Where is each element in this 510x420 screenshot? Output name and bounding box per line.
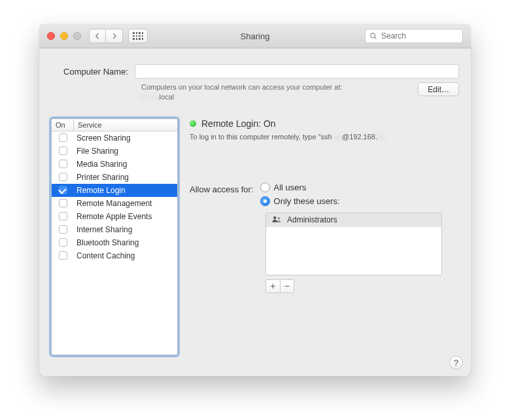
service-checkbox[interactable] xyxy=(59,160,67,168)
show-all-button[interactable] xyxy=(128,29,148,43)
computer-name-label: Computer Name: xyxy=(51,67,135,77)
users-list[interactable]: Administrators xyxy=(265,213,442,275)
radio-button-on-icon xyxy=(260,196,270,206)
service-row[interactable]: Printer Sharing xyxy=(52,171,177,184)
users-box: Administrators + − xyxy=(265,213,442,293)
radio-all-users[interactable]: All users xyxy=(260,183,340,192)
svg-line-1 xyxy=(375,37,377,39)
col-service: Service xyxy=(74,119,177,131)
col-on: On xyxy=(52,119,74,131)
service-name: Bluetooth Sharing xyxy=(74,238,139,247)
status-led-icon xyxy=(190,120,196,127)
search-field[interactable] xyxy=(365,29,463,43)
service-row[interactable]: Media Sharing xyxy=(52,158,177,171)
remove-user-button[interactable]: − xyxy=(280,280,294,292)
zoom-button[interactable] xyxy=(73,32,81,40)
service-name: Remote Apple Events xyxy=(74,212,152,221)
service-checkbox[interactable] xyxy=(59,238,67,247)
services-list[interactable]: On Service Screen SharingFile SharingMed… xyxy=(51,118,178,355)
service-detail: Remote Login: On To log in to this compu… xyxy=(190,118,459,355)
radio-label: All users xyxy=(274,183,307,192)
access-radios: All users Only these users: xyxy=(260,183,340,206)
window-controls xyxy=(39,32,81,40)
svg-point-0 xyxy=(371,33,375,38)
status-label: Remote Login: On xyxy=(201,118,276,129)
service-row[interactable]: Content Caching xyxy=(52,249,177,262)
svg-point-2 xyxy=(273,217,276,219)
main-area: On Service Screen SharingFile SharingMed… xyxy=(39,103,471,364)
access-section: Allow access for: All users Only these u… xyxy=(190,183,459,206)
chevron-right-icon xyxy=(111,33,118,39)
radio-only-users[interactable]: Only these users: xyxy=(260,196,340,206)
service-name: Printer Sharing xyxy=(74,173,129,182)
users-icon xyxy=(271,215,282,225)
hostname-suffix: .local xyxy=(157,93,174,101)
chevron-left-icon xyxy=(94,33,101,39)
computer-name-hint: Computers on your local network can acce… xyxy=(39,79,471,103)
service-name: File Sharing xyxy=(74,147,118,156)
service-name: Internet Sharing xyxy=(74,225,132,234)
service-name: Remote Management xyxy=(74,199,152,208)
service-row[interactable]: Screen Sharing xyxy=(52,131,177,145)
help-button[interactable]: ? xyxy=(449,356,463,370)
minimize-button[interactable] xyxy=(60,32,68,40)
search-input[interactable] xyxy=(380,31,458,41)
service-checkbox[interactable] xyxy=(59,147,67,155)
service-row[interactable]: Internet Sharing xyxy=(52,223,177,236)
radio-label: Only these users: xyxy=(274,196,340,206)
computer-name-input[interactable] xyxy=(135,64,459,79)
search-icon xyxy=(369,32,377,40)
hint-text: Computers on your local network can acce… xyxy=(141,83,343,91)
radio-button-icon xyxy=(260,183,270,192)
close-button[interactable] xyxy=(47,32,55,40)
access-label: Allow access for: xyxy=(190,183,254,206)
service-checkbox[interactable] xyxy=(59,186,67,194)
nav-buttons xyxy=(89,29,123,43)
service-checkbox[interactable] xyxy=(59,173,67,181)
service-checkbox[interactable] xyxy=(59,225,67,234)
user-name: Administrators xyxy=(287,215,337,224)
status-line: Remote Login: On xyxy=(190,118,459,129)
service-name: Media Sharing xyxy=(74,160,127,169)
user-row[interactable]: Administrators xyxy=(266,213,441,227)
add-remove-buttons: + − xyxy=(265,279,294,293)
edit-button[interactable]: Edit… xyxy=(418,82,459,96)
forward-button[interactable] xyxy=(106,29,123,43)
service-checkbox[interactable] xyxy=(59,251,67,260)
service-checkbox[interactable] xyxy=(59,212,67,220)
service-row[interactable]: Remote Management xyxy=(52,197,177,210)
computer-name-row: Computer Name: xyxy=(39,48,471,79)
add-user-button[interactable]: + xyxy=(266,280,280,292)
service-row[interactable]: Remote Login xyxy=(52,184,177,197)
service-row[interactable]: Remote Apple Events xyxy=(52,210,177,223)
services-body: Screen SharingFile SharingMedia SharingP… xyxy=(52,131,177,355)
service-name: Content Caching xyxy=(74,251,135,260)
service-name: Remote Login xyxy=(74,186,126,195)
hostname-redacted: ········ xyxy=(141,93,157,101)
services-header: On Service xyxy=(52,119,177,131)
sharing-preferences-window: Sharing Computer Name: Computers on your… xyxy=(39,24,471,376)
titlebar: Sharing xyxy=(39,24,471,48)
service-name: Screen Sharing xyxy=(74,133,131,143)
svg-point-3 xyxy=(278,217,280,219)
service-checkbox[interactable] xyxy=(59,133,67,142)
back-button[interactable] xyxy=(89,29,106,43)
service-checkbox[interactable] xyxy=(59,199,67,207)
ssh-instruction: To log in to this computer remotely, typ… xyxy=(190,133,459,141)
service-row[interactable]: Bluetooth Sharing xyxy=(52,236,177,249)
service-row[interactable]: File Sharing xyxy=(52,145,177,158)
